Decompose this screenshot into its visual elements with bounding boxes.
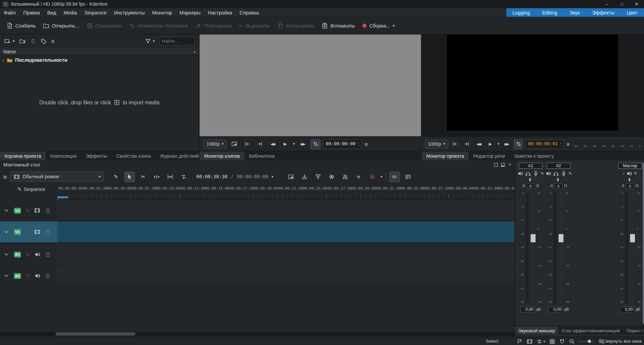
track-header[interactable]: V1 ✎ (0, 221, 57, 243)
rewind-button[interactable]: ◀◀ (474, 139, 483, 149)
speaker-icon[interactable] (34, 251, 40, 257)
video-track-icon[interactable] (34, 229, 40, 235)
pan-thumb[interactable] (529, 178, 531, 182)
monitor-menu-button[interactable]: ≡ (566, 141, 570, 147)
edit-mode-dropdown[interactable]: Обычный режим ▾ (10, 172, 104, 182)
lock-icon[interactable] (45, 273, 51, 279)
timecode-options-chevron[interactable]: ▾ (271, 175, 274, 179)
pan-slider[interactable] (517, 178, 544, 182)
play-options-chevron[interactable]: ▾ (498, 142, 500, 146)
zoom-slider-thumb[interactable] (588, 340, 591, 343)
workspace-effects[interactable]: Эффекты (586, 8, 621, 17)
record-options-chevron[interactable]: ▾ (381, 175, 383, 179)
tab-project-notes[interactable]: Заметки к проекту (509, 152, 558, 160)
tab-effect-stack[interactable]: Стек эффектов/композиций (558, 327, 623, 334)
workspace-color[interactable]: Цвет (621, 8, 644, 17)
undo-button[interactable]: Отменить действие (129, 22, 188, 29)
track-tag[interactable]: V1 (14, 229, 21, 235)
new-project-button[interactable]: Создать (7, 22, 36, 29)
menu-edit[interactable]: Правка (19, 8, 44, 17)
record-button[interactable] (367, 171, 378, 182)
balance-value[interactable]: 0 (554, 183, 562, 189)
volume-fader[interactable] (557, 191, 564, 304)
pan-thumb[interactable] (557, 178, 559, 182)
favorite-effects-button[interactable]: ★ (353, 171, 364, 182)
flag-icon[interactable] (517, 338, 523, 344)
clip-monitor-timecode[interactable]: 00:00:00:00▴▾ (323, 139, 361, 148)
video-track-icon[interactable] (34, 207, 40, 213)
mix-clips-icon[interactable]: ▾ (536, 338, 545, 344)
zoom-slider[interactable] (579, 341, 594, 342)
solo-headphones-icon[interactable] (525, 170, 531, 176)
chevron-down-icon[interactable] (3, 273, 9, 279)
volume-fader[interactable] (530, 191, 536, 304)
paste-button[interactable]: Вставить (322, 22, 355, 29)
delete-button[interactable] (30, 38, 36, 44)
bin-column-header[interactable]: Name ▴ (0, 48, 199, 56)
menu-file[interactable]: Файл (0, 8, 19, 17)
menu-settings[interactable]: Настройка (204, 8, 236, 17)
tab-audio-mixer[interactable]: Звуковой микшер (515, 327, 558, 334)
tags-button[interactable] (41, 38, 47, 44)
pan-slider[interactable] (617, 178, 643, 182)
filter-button[interactable]: ▾ (145, 38, 155, 44)
tab-effects[interactable]: Эффекты (81, 152, 112, 160)
mute-icon[interactable] (517, 170, 523, 176)
forward-button[interactable]: ▶▶ (298, 139, 307, 149)
zone-out-button[interactable] (462, 139, 472, 149)
preview-render-icon[interactable] (527, 338, 533, 344)
timeline-menu-button[interactable]: ≡ (3, 173, 7, 180)
fader-thumb[interactable] (558, 234, 564, 243)
track-lane[interactable] (57, 244, 514, 265)
menu-monitor[interactable]: Монитор (148, 8, 176, 17)
fader-thumb[interactable] (530, 234, 536, 243)
resolution-dropdown[interactable]: 1080p▾ (425, 139, 448, 148)
timecode-spinner[interactable]: ▴▾ (358, 142, 359, 147)
bin-menu-button[interactable]: ≡ (51, 38, 54, 45)
rewind-button[interactable]: ◀◀ (267, 139, 277, 149)
balance-value[interactable]: 0 (527, 183, 535, 189)
gain-value[interactable]: 0,00 (620, 306, 635, 312)
search-input[interactable] (159, 37, 195, 45)
snap-magnet-icon[interactable] (559, 338, 565, 344)
menu-media[interactable]: Media (60, 8, 81, 17)
zone-in-button[interactable] (450, 139, 460, 149)
timeline-ruler[interactable]: 00:00:00:00 00:00:02:30 00:00:05:00 00:0… (57, 185, 514, 199)
open-project-button[interactable]: Открыть... (43, 22, 79, 29)
insert-zone-button[interactable] (299, 171, 310, 182)
maximize-button[interactable]: □ (614, 0, 629, 8)
zone-mode-button[interactable] (310, 139, 320, 149)
record-mic-icon[interactable] (533, 170, 539, 176)
forward-button[interactable]: ▶▶ (502, 139, 511, 149)
menu-markers[interactable]: Маркеры (176, 8, 204, 17)
channel-edit-icon[interactable]: ✎ (541, 171, 544, 176)
tree-expand-icon[interactable]: › (2, 57, 4, 62)
audio-levels-button[interactable] (389, 171, 400, 182)
mixer-scrollbar[interactable] (643, 163, 644, 324)
gain-value[interactable]: 0,00 (548, 306, 563, 312)
zone-in-button[interactable] (242, 139, 252, 149)
track-tag[interactable]: V2 (14, 208, 21, 213)
bin-empty-hint[interactable]: Double click, drop files or click to imp… (0, 99, 199, 105)
mute-icon[interactable] (626, 170, 632, 176)
balance-value[interactable]: 0 (626, 183, 634, 189)
lock-icon[interactable] (45, 229, 51, 235)
pan-thumb[interactable] (628, 178, 630, 182)
lock-icon[interactable] (45, 207, 51, 213)
monitor-menu-button[interactable]: ≡ (364, 141, 368, 147)
menu-help[interactable]: Справка (236, 8, 263, 17)
create-folder-button[interactable] (19, 38, 25, 44)
render-button[interactable]: Сборка...▾ (362, 23, 395, 29)
collapse-all-button[interactable]: Свернуть все окна (603, 338, 642, 343)
track-lane[interactable] (57, 200, 514, 221)
timeline-zone-bar[interactable] (57, 196, 68, 198)
workspace-logging[interactable]: Logging (506, 8, 536, 17)
resolution-dropdown[interactable]: 1080p▾ (204, 139, 227, 148)
workspace-audio[interactable]: Звук (563, 8, 586, 17)
fit-zoom-button[interactable] (165, 171, 176, 182)
zone-mode-button[interactable] (514, 139, 523, 149)
track-header[interactable]: V2 ✎ (0, 200, 57, 221)
speaker-icon[interactable] (34, 273, 40, 279)
menu-tools[interactable]: Инструменты (110, 8, 149, 17)
pan-slider[interactable] (545, 178, 572, 182)
